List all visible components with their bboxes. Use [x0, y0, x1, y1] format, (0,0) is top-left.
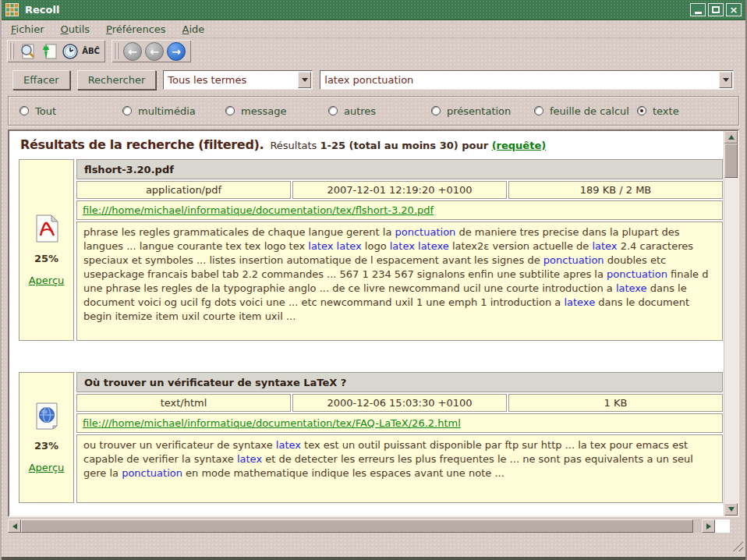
- results-title: Résultats de la recherche (filtered).: [20, 137, 264, 152]
- scroll-left-button[interactable]: [8, 519, 21, 533]
- title-bar: Recoll ×: [2, 0, 745, 20]
- status-bar: [2, 533, 745, 554]
- maximize-button[interactable]: [708, 3, 724, 16]
- result-side-panel: 23% Aperçu: [19, 372, 74, 503]
- search-input[interactable]: [320, 74, 719, 86]
- radio-icon: [122, 106, 132, 115]
- toolbar-group-tools: ÂBĈ: [7, 40, 105, 62]
- result-url-row: file:///home/michael/informatique/docume…: [76, 200, 723, 220]
- arrow-right-icon: [706, 523, 711, 530]
- result-detail: flshort-3.20.pdf application/pdf 2007-12…: [76, 159, 723, 341]
- arrow-down-icon: [728, 507, 735, 512]
- vertical-scrollbar-track[interactable]: [724, 178, 738, 503]
- results-list: Résultats de la recherche (filtered).Rés…: [8, 129, 739, 517]
- result-date: 2000-12-06 15:03:30 +0100: [292, 394, 507, 412]
- result-url-row: file:///home/michael/informatique/docume…: [76, 413, 723, 433]
- result-row: 23% Aperçu Où trouver un vérificateur de…: [19, 372, 723, 503]
- close-button[interactable]: ×: [726, 3, 742, 16]
- chevron-down-icon: [302, 78, 308, 82]
- advanced-search-button[interactable]: [17, 41, 38, 61]
- toolbar-drag-handle[interactable]: [9, 43, 14, 59]
- query-details-link[interactable]: (requête): [492, 140, 547, 151]
- search-button[interactable]: Rechercher: [77, 70, 157, 90]
- previous-page-button[interactable]: ←: [145, 42, 164, 61]
- radio-icon: [431, 106, 441, 115]
- radio-icon: [225, 106, 235, 115]
- result-snippet: phrase les regles grammaticales de chaqu…: [76, 222, 723, 341]
- result-size: 189 KB / 2 MB: [508, 181, 723, 199]
- vertical-scrollbar[interactable]: [724, 131, 738, 516]
- checkerboard-app-icon: [5, 3, 19, 16]
- window-border: [2, 557, 745, 560]
- toolbar-group-nav: ← ← →: [112, 40, 191, 62]
- pdf-file-icon: [34, 214, 60, 243]
- toolbar: ÂBĈ ← ← →: [2, 38, 745, 64]
- filter-radio-tout[interactable]: Tout: [19, 105, 122, 117]
- result-mime-type: text/html: [76, 394, 291, 412]
- clear-button[interactable]: Effacer: [12, 70, 70, 90]
- minimize-button[interactable]: [690, 3, 706, 16]
- category-filter-frame: Tout multimédia message autres présentat…: [8, 96, 739, 126]
- scrollbar-corner: [715, 519, 730, 533]
- menu-aide[interactable]: Aide: [181, 23, 207, 36]
- term-explorer-button[interactable]: ÂBĈ: [80, 41, 101, 61]
- vertical-scrollbar-thumb[interactable]: [724, 144, 738, 178]
- result-meta-row: application/pdf 2007-12-01 12:19:20 +010…: [76, 181, 723, 199]
- history-button[interactable]: [59, 41, 80, 61]
- search-query-combo: [320, 70, 734, 90]
- minimize-icon: [695, 12, 702, 14]
- horizontal-scrollbar[interactable]: [8, 519, 715, 533]
- result-snippet: ou trouver un verificateur de syntaxe la…: [76, 434, 723, 503]
- scroll-up-button[interactable]: [724, 131, 738, 144]
- result-url-link[interactable]: file:///home/michael/informatique/docume…: [83, 417, 461, 429]
- window-title: Recoll: [25, 4, 688, 16]
- first-page-button[interactable]: ←: [123, 42, 142, 61]
- preview-link[interactable]: Aperçu: [29, 462, 65, 473]
- result-detail: Où trouver un vérificateur de syntaxe La…: [76, 372, 723, 503]
- back-arrow-icon: ←: [150, 46, 159, 57]
- filter-radio-message[interactable]: message: [225, 105, 328, 117]
- filter-radio-feuille-de-calcul[interactable]: feuille de calcul: [534, 105, 637, 117]
- resize-grip[interactable]: [733, 541, 743, 551]
- result-meta-row: text/html 2000-12-06 15:03:30 +0100 1 KB: [76, 394, 723, 412]
- scrollbar-edge-gap: [730, 519, 739, 533]
- result-mime-type: application/pdf: [76, 181, 291, 199]
- relevance-percent: 23%: [34, 440, 58, 452]
- search-mode-value: Tous les termes: [164, 74, 298, 86]
- sort-parameters-icon: [41, 43, 58, 60]
- menu-preferences[interactable]: Préférences: [104, 23, 167, 36]
- result-title: Où trouver un vérificateur de syntaxe La…: [76, 372, 723, 392]
- toolbar-drag-handle[interactable]: [114, 43, 119, 59]
- scroll-right-button[interactable]: [702, 519, 715, 533]
- next-page-button[interactable]: →: [167, 42, 186, 61]
- result-row: 25% Aperçu flshort-3.20.pdf application/…: [19, 159, 723, 341]
- close-icon: ×: [730, 5, 738, 15]
- filter-radio-autres[interactable]: autres: [328, 105, 431, 117]
- relevance-percent: 25%: [34, 253, 58, 264]
- result-url-link[interactable]: file:///home/michael/informatique/docume…: [83, 204, 434, 216]
- radio-icon: [19, 106, 29, 115]
- chevron-down-icon: [723, 78, 729, 82]
- search-mode-select[interactable]: Tous les termes: [163, 70, 313, 90]
- menu-fichier[interactable]: Fichier: [9, 23, 46, 36]
- menu-bar: Fichier Outils Préférences Aide: [2, 20, 745, 38]
- horizontal-scrollbar-thumb[interactable]: [21, 519, 693, 533]
- result-size: 1 KB: [508, 394, 723, 412]
- preview-link[interactable]: Aperçu: [29, 275, 65, 286]
- forward-arrow-icon: →: [172, 46, 181, 57]
- radio-icon: [328, 106, 338, 115]
- term-explorer-icon: ÂBĈ: [82, 47, 100, 55]
- scroll-down-button[interactable]: [724, 503, 738, 516]
- back-arrow-icon: ←: [128, 46, 137, 57]
- filter-radio-texte[interactable]: texte: [637, 105, 679, 117]
- dropdown-button[interactable]: [298, 72, 311, 88]
- dropdown-button[interactable]: [719, 72, 732, 88]
- filter-radio-multimedia[interactable]: multimédia: [122, 105, 225, 117]
- history-clock-icon: [62, 43, 79, 60]
- maximize-icon: [712, 6, 720, 13]
- filter-radio-presentation[interactable]: présentation: [431, 105, 534, 117]
- horizontal-scrollbar-track[interactable]: [693, 519, 702, 533]
- result-title: flshort-3.20.pdf: [76, 159, 723, 179]
- sort-parameters-button[interactable]: [38, 41, 59, 61]
- menu-outils[interactable]: Outils: [59, 23, 92, 36]
